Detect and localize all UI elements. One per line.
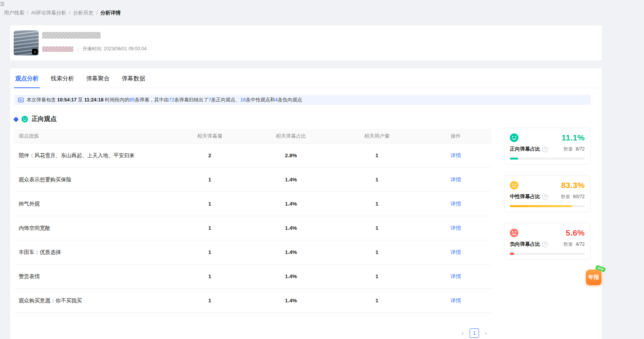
detail-link[interactable]: 详情: [451, 201, 461, 207]
diamond-icon: [13, 116, 19, 122]
page-number[interactable]: 1: [470, 328, 479, 338]
notice-segment: 本次弹幕包含: [27, 97, 57, 103]
stat-label: 负向弹幕占比?: [510, 241, 548, 248]
stat-card-mid: 中性弹幕占比?数量60/72: [510, 193, 585, 200]
notice-segment: 4: [275, 97, 278, 103]
detail-link[interactable]: 详情: [451, 153, 461, 158]
masked-author-name: [42, 46, 73, 52]
stat-card-positive: 11.1%正向弹幕占比?数量8/72: [504, 128, 591, 165]
breadcrumb-item-3[interactable]: 分析历史: [73, 10, 94, 16]
neutral-face-icon: [510, 181, 518, 190]
help-icon[interactable]: ?: [542, 241, 548, 247]
opinion-table: 观点提炼相关弹幕量相关弹幕占比相关用户量操作 陪伴：风花雪月、东山再起、上天入地…: [14, 129, 491, 313]
positive-emoji-icon: [21, 116, 28, 122]
stat-percent-value: 5.6%: [566, 228, 585, 238]
table-row: 丰田车：优质选择11.4%1详情: [14, 240, 491, 264]
stat-card-mid: 正向弹幕占比?数量8/72: [510, 146, 585, 153]
help-icon[interactable]: ?: [542, 146, 548, 152]
notice-segment: 11:24:18: [84, 97, 103, 103]
stat-progress-track: [510, 253, 585, 255]
live-header-card: ♪ | 开播时间: 2023/06/01 09:00:04: [10, 25, 602, 60]
stat-count: 数量60/72: [561, 193, 585, 200]
detail-link[interactable]: 详情: [451, 273, 461, 279]
tab-2[interactable]: 线索分析: [50, 68, 75, 88]
notice-segment: 时间段内的: [103, 97, 129, 103]
stat-card-top: 5.6%: [510, 228, 585, 238]
related-danmaku-ratio-cell: 1.4%: [248, 264, 334, 289]
breadcrumb-item-4: 分析详情: [100, 10, 121, 16]
stat-card-mid: 负向弹幕占比?数量4/72: [510, 241, 585, 248]
negative-face-icon: [510, 229, 518, 237]
table-header-row: 观点提炼相关弹幕量相关弹幕占比相关用户量操作: [14, 129, 491, 144]
notice-segment: 条正向观点、: [211, 97, 240, 103]
breadcrumb-item-1[interactable]: 用户线索: [4, 10, 24, 16]
action-cell: 详情: [420, 289, 491, 313]
table-row: 内饰空间宽敞11.4%1详情: [14, 216, 491, 240]
live-meta: | 开播时间: 2023/06/01 09:00:04: [42, 46, 147, 52]
annual-report-float-button[interactable]: 年报 NEW: [586, 267, 604, 286]
column-header-3: 相关弹幕占比: [248, 129, 334, 144]
related-danmaku-ratio-cell: 1.4%: [248, 240, 334, 264]
opinion-cell: 赞赏表情: [14, 264, 172, 289]
section-header: 正向观点: [14, 115, 491, 123]
column-header-2: 相关弹幕量: [172, 129, 248, 144]
action-cell: 详情: [420, 216, 491, 240]
notice-segment: 85: [129, 97, 135, 103]
count-value: 4/72: [576, 241, 585, 247]
stat-card-negative: 5.6%负向弹幕占比?数量4/72: [504, 223, 591, 260]
notice-text: 本次弹幕包含 10:54:17 至 11:24:18 时间段内的85条弹幕，其中…: [27, 97, 302, 103]
stat-card-neutral: 83.3%中性弹幕占比?数量60/72: [504, 175, 591, 212]
related-user-count-cell: 1: [334, 192, 420, 216]
section-title: 正向观点: [32, 115, 57, 123]
related-user-count-cell: 1: [334, 264, 420, 289]
stat-progress-track: [510, 205, 585, 207]
related-user-count-cell: 1: [334, 289, 420, 313]
related-user-count-cell: 1: [334, 168, 420, 192]
tiktok-icon: ♪: [32, 49, 38, 55]
help-icon[interactable]: ?: [542, 194, 548, 200]
related-danmaku-ratio-cell: 1.4%: [248, 289, 334, 313]
tab-4[interactable]: 弹幕数据: [121, 68, 146, 88]
stat-progress-fill: [510, 253, 514, 255]
summary-notice-bar: 本次弹幕包含 10:54:17 至 11:24:18 时间段内的85条弹幕，其中…: [14, 95, 591, 105]
broadcast-time: 开播时间: 2023/06/01 09:00:04: [82, 46, 147, 52]
opinion-cell: 观众购买意愿：你不买我买: [14, 289, 172, 313]
detail-link[interactable]: 详情: [451, 298, 461, 304]
stat-percent-value: 11.1%: [562, 133, 585, 142]
badge-dot-icon: [587, 268, 589, 270]
count-value: 60/72: [573, 194, 585, 199]
notice-segment: 16: [240, 97, 246, 103]
stat-card-top: 11.1%: [510, 133, 585, 142]
breadcrumb: 用户线索/AI评论弹幕分析/分析历史/分析详情: [0, 0, 644, 16]
detail-link[interactable]: 详情: [451, 249, 461, 255]
detail-link[interactable]: 详情: [451, 225, 461, 231]
stat-percent-value: 83.3%: [561, 181, 585, 190]
related-danmaku-count-cell: 1: [172, 168, 248, 192]
action-cell: 详情: [420, 144, 491, 168]
prev-page-icon[interactable]: ‹: [459, 329, 467, 337]
related-danmaku-ratio-cell: 2.8%: [248, 144, 334, 168]
next-page-icon[interactable]: ›: [482, 329, 490, 337]
table-row: 帅气外观11.4%1详情: [14, 192, 491, 216]
annual-report-label: 年报: [586, 270, 601, 285]
tab-3[interactable]: 弹幕聚合: [85, 68, 111, 88]
opinion-cell: 内饰空间宽敞: [14, 216, 172, 240]
opinion-cell: 陪伴：风花雪月、东山再起、上天入地、平安归来: [14, 144, 172, 168]
related-danmaku-count-cell: 2: [172, 144, 248, 168]
related-user-count-cell: 1: [334, 240, 420, 264]
notice-segment: 至: [77, 97, 84, 103]
collapsed-sidebar-icon[interactable]: [0, 2, 4, 6]
detail-link[interactable]: 详情: [451, 177, 461, 183]
stat-label-text: 负向弹幕占比: [510, 241, 540, 248]
pagination: ‹ 1 ›: [14, 328, 490, 338]
breadcrumb-separator: /: [27, 10, 28, 16]
column-header-1: 观点提炼: [14, 129, 172, 144]
tab-1[interactable]: 观点分析: [14, 68, 40, 88]
column-header-5: 操作: [420, 129, 491, 144]
breadcrumb-item-2[interactable]: AI评论弹幕分析: [31, 10, 66, 16]
count-label: 数量: [561, 194, 570, 199]
stat-label: 正向弹幕占比?: [510, 146, 548, 153]
table-body: 陪伴：风花雪月、东山再起、上天入地、平安归来22.8%1详情观众表示想要购买保险…: [14, 144, 491, 313]
live-info: | 开播时间: 2023/06/01 09:00:04: [42, 30, 147, 52]
notice-segment: 条弹幕归纳出了: [174, 97, 209, 103]
